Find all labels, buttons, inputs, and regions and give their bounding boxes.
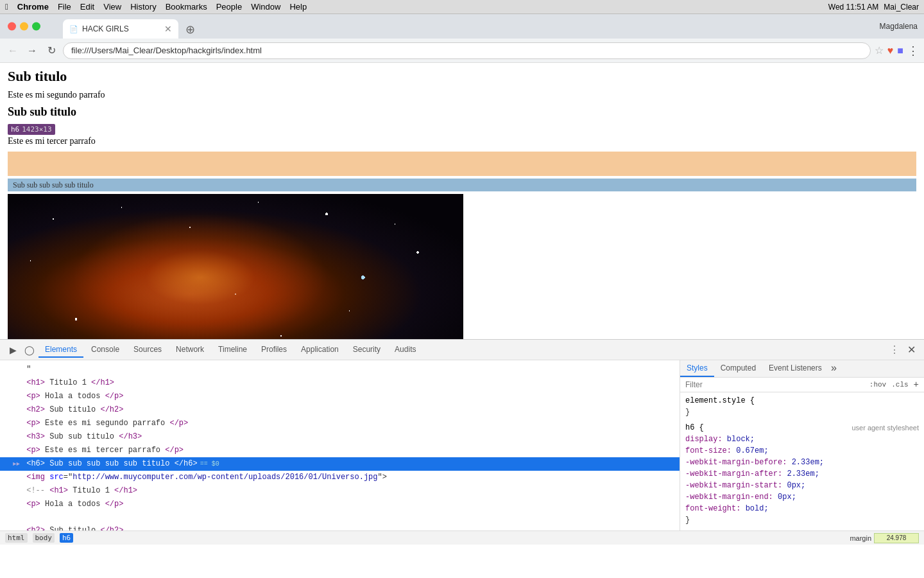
page-h2: Sub titulo — [8, 68, 916, 85]
status-body[interactable]: body — [33, 533, 55, 543]
html-tag: <h2> — [26, 405, 45, 414]
html-attr: src — [49, 473, 64, 482]
bookmark-icon[interactable]: ☆ — [875, 44, 884, 57]
h6-selector: h6 { — [685, 423, 704, 432]
maximize-button[interactable] — [32, 22, 40, 31]
devtools-select-icon[interactable]: ▶ — [5, 342, 21, 358]
html-line-selected[interactable]: ►► <h6> Sub sub sub sub sub titulo </h6>… — [0, 457, 680, 471]
pinterest-icon[interactable]: ♥ — [887, 45, 894, 57]
html-text: " — [26, 365, 31, 374]
blue-stripe: Sub sub sub sub sub titulo — [8, 179, 916, 191]
devtools-close-button[interactable]: ✕ — [903, 342, 919, 358]
apple-menu[interactable]:  — [5, 2, 8, 12]
style-prop-fontweight: font-weight: — [685, 504, 740, 513]
profile-label: Magdalena — [880, 22, 918, 31]
chrome-menu[interactable]: Chrome — [17, 2, 49, 12]
arrow-icon — [13, 525, 22, 530]
bookmarks-menu[interactable]: Bookmarks — [166, 2, 207, 12]
tab-styles[interactable]: Styles — [680, 360, 714, 377]
address-bar: ← → ↻ ☆ ♥ ■ ⋮ — [0, 39, 924, 63]
devtools-more-button[interactable]: ⋮ — [887, 342, 902, 358]
html-close-tag: </h1> — [91, 378, 114, 387]
html-close-tag: </p> — [169, 419, 188, 428]
minimize-button[interactable] — [20, 22, 28, 31]
tab-close-button[interactable]: ✕ — [164, 24, 172, 34]
style-prop-margin-end: -webkit-margin-end: — [685, 493, 773, 502]
file-menu[interactable]: File — [58, 2, 71, 12]
help-menu[interactable]: Help — [289, 2, 307, 12]
tab-audits[interactable]: Audits — [388, 342, 422, 358]
html-tag: <p> — [26, 446, 40, 455]
tab-profiles[interactable]: Profiles — [255, 342, 293, 358]
html-tag: <img — [26, 473, 49, 482]
extension-icon[interactable]: ■ — [897, 45, 903, 57]
styles-filter: :hov .cls + — [680, 378, 924, 392]
arrow-icon — [13, 472, 22, 484]
arrow-icon — [13, 364, 22, 376]
html-attr-val: http://www.muycomputer.com/wp-content/up… — [73, 473, 377, 482]
styles-body: element.style { } h6 { user agent styles… — [680, 392, 924, 530]
address-input[interactable] — [63, 42, 871, 59]
html-text: =" — [64, 473, 73, 482]
html-close-tag: </p> — [105, 500, 124, 509]
class-toggle[interactable]: .cls — [891, 381, 908, 389]
new-tab-button[interactable]: ⊕ — [181, 21, 199, 39]
h6-tag-label: h6 — [11, 125, 19, 134]
styles-filter-input[interactable] — [685, 380, 864, 389]
html-tag: <h1> — [26, 378, 45, 387]
back-button[interactable]: ← — [5, 43, 21, 58]
tab-console[interactable]: Console — [85, 342, 126, 358]
h6-style-rule: h6 { user agent stylesheet display: bloc… — [685, 422, 919, 526]
tab-timeline[interactable]: Timeline — [212, 342, 253, 358]
devtools-body: " <h1> Titulo 1 </h1> <p> Hola a todos <… — [0, 360, 924, 530]
html-text: "> — [378, 473, 387, 482]
view-menu[interactable]: View — [103, 2, 121, 12]
arrow-icon — [13, 499, 22, 511]
devtools-mobile-icon[interactable]: ◯ — [22, 342, 37, 358]
menu-time: Wed 11:51 AM — [828, 3, 879, 12]
tab-computed[interactable]: Computed — [714, 360, 762, 377]
style-prop-margin-start: -webkit-margin-start: — [685, 481, 782, 490]
history-menu[interactable]: History — [130, 2, 156, 12]
html-tag: <p> — [26, 500, 40, 509]
edit-menu[interactable]: Edit — [80, 2, 94, 12]
chrome-window: 📄 HACK GIRLS ✕ ⊕ Magdalena ← → ↻ ☆ ♥ ■ ⋮… — [0, 14, 924, 578]
tab-security[interactable]: Security — [346, 342, 387, 358]
menu-user: Mai_Clear — [884, 3, 919, 12]
html-text: Titulo 1 — [68, 486, 114, 495]
reload-button[interactable]: ↻ — [44, 43, 59, 58]
tab-event-listeners[interactable]: Event Listeners — [762, 360, 828, 377]
arrow-icon — [13, 432, 22, 443]
styles-more-icon[interactable]: » — [828, 360, 840, 377]
active-tab[interactable]: 📄 HACK GIRLS ✕ — [63, 19, 178, 39]
window-menu[interactable]: Window — [251, 2, 280, 12]
status-h6[interactable]: h6 — [60, 533, 73, 543]
html-close-tag: </h3> — [119, 432, 142, 441]
style-val-margin-start: 0px; — [787, 481, 805, 490]
h6-text: Sub sub sub sub sub titulo — [13, 180, 94, 190]
tab-application[interactable]: Application — [295, 342, 345, 358]
html-text: Hola a todos — [40, 500, 105, 509]
html-panel: " <h1> Titulo 1 </h1> <p> Hola a todos <… — [0, 360, 680, 530]
html-line: <p> Hola a todos </p> — [0, 498, 680, 511]
add-style-button[interactable]: + — [914, 380, 919, 390]
forward-button[interactable]: → — [24, 43, 40, 58]
html-tag: <h2> — [26, 526, 45, 530]
status-html[interactable]: html — [5, 533, 28, 543]
tab-sources[interactable]: Sources — [127, 342, 168, 358]
html-tag: <h3> — [26, 432, 45, 441]
html-tag: <p> — [26, 392, 40, 401]
hover-toggle[interactable]: :hov — [869, 381, 886, 389]
html-comment: <!-- — [26, 486, 49, 495]
tab-elements[interactable]: Elements — [38, 342, 83, 358]
html-tag: <p> — [26, 419, 40, 428]
style-val-display: block; — [727, 435, 755, 444]
html-close-tag: </h1> — [114, 486, 137, 495]
people-menu[interactable]: People — [216, 2, 242, 12]
style-val-fontsize: 0.67em; — [736, 446, 768, 455]
html-line: <h1> Titulo 1 </h1> — [0, 376, 680, 390]
tab-network[interactable]: Network — [169, 342, 210, 358]
html-h6-close-tag: </h6> — [175, 459, 198, 468]
chrome-menu-dots[interactable]: ⋮ — [907, 44, 919, 58]
close-button[interactable] — [8, 22, 16, 31]
